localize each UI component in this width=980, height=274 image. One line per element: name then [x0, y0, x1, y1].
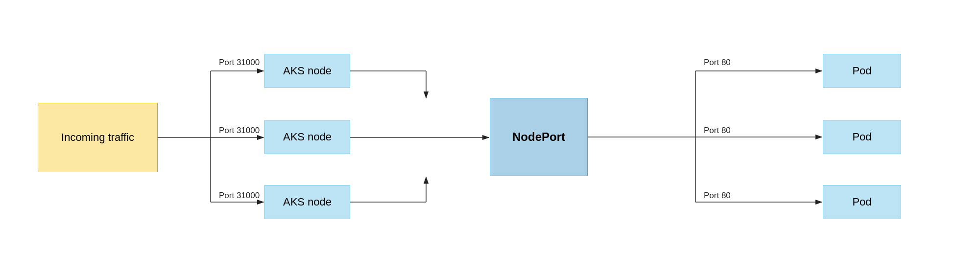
port-31000-top-label: Port 31000: [219, 58, 260, 68]
incoming-traffic-node: Incoming traffic: [38, 103, 158, 172]
port-80-bot-label: Port 80: [704, 191, 731, 201]
aks-node-top-label: AKS node: [283, 65, 332, 77]
aks-node-mid: AKS node: [264, 120, 350, 154]
nodeport-label: NodePort: [512, 130, 565, 144]
aks-node-bot: AKS node: [264, 185, 350, 219]
port-80-top-label: Port 80: [704, 58, 731, 68]
pod-bot-label: Pod: [852, 196, 871, 208]
pod-mid-node: Pod: [823, 120, 901, 154]
pod-mid-label: Pod: [852, 131, 871, 143]
port-31000-mid-label: Port 31000: [219, 126, 260, 136]
pod-top-label: Pod: [852, 65, 871, 77]
pod-bot-node: Pod: [823, 185, 901, 219]
aks-node-top: AKS node: [264, 54, 350, 88]
nodeport-node: NodePort: [490, 98, 588, 176]
aks-node-bot-label: AKS node: [283, 196, 332, 208]
incoming-traffic-label: Incoming traffic: [61, 131, 134, 144]
diagram-container: Incoming traffic AKS node AKS node AKS n…: [0, 0, 980, 274]
pod-top-node: Pod: [823, 54, 901, 88]
aks-node-mid-label: AKS node: [283, 131, 332, 143]
port-31000-bot-label: Port 31000: [219, 191, 260, 201]
port-80-mid-label: Port 80: [704, 126, 731, 136]
